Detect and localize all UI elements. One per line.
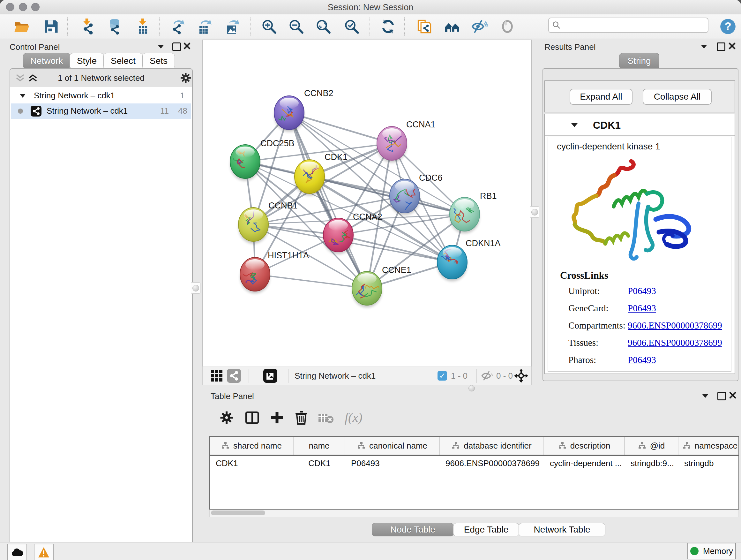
tab-edge-table[interactable]: Edge Table: [453, 523, 519, 537]
crosslink-link[interactable]: P06493: [628, 286, 656, 296]
help-icon[interactable]: ?: [720, 18, 736, 35]
grid-view-icon[interactable]: [210, 369, 223, 382]
panel-float-icon[interactable]: [158, 45, 164, 49]
crosslink-link[interactable]: P06493: [628, 303, 656, 314]
detach-view-icon[interactable]: [263, 369, 277, 383]
table-gear-icon[interactable]: [219, 411, 233, 425]
network-collection-row[interactable]: String Network – cdk1 1: [11, 88, 191, 104]
network-node[interactable]: CDKN1A: [437, 239, 501, 281]
collapse-all-button[interactable]: Collapse All: [643, 89, 712, 105]
panel-float-icon[interactable]: [701, 45, 707, 49]
network-node[interactable]: CCNE1: [352, 265, 411, 307]
zoom-selected-icon[interactable]: [343, 18, 360, 35]
panel-close-icon[interactable]: [728, 42, 736, 50]
tab-string[interactable]: String: [619, 53, 659, 69]
table-cell[interactable]: CDK1: [210, 458, 293, 469]
cloud-button[interactable]: [7, 544, 27, 560]
tab-network[interactable]: Network: [23, 53, 70, 69]
search-input[interactable]: [563, 19, 704, 30]
protein-card-header[interactable]: CDK1: [545, 114, 735, 136]
show-columns-icon[interactable]: [245, 410, 260, 425]
tab-node-table[interactable]: Node Table: [372, 523, 454, 537]
column-header-namespace[interactable]: namespace: [678, 437, 739, 455]
selected-nodes-checkbox[interactable]: ✓: [437, 371, 447, 381]
hide-selected-eye-icon[interactable]: [471, 18, 488, 35]
tab-style[interactable]: Style: [70, 53, 104, 69]
network-canvas[interactable]: CCNB2CCNA1CDC25BCDK1CDC6RB1CCNB1CCNA2CDK…: [202, 40, 532, 367]
panel-maximize-icon[interactable]: [717, 43, 725, 51]
column-header-database-identifier[interactable]: database identifier: [440, 437, 544, 455]
network-edge[interactable]: [289, 113, 392, 143]
column-header-shared-name[interactable]: shared name: [210, 437, 293, 455]
tab-network-table[interactable]: Network Table: [519, 523, 605, 537]
add-column-icon[interactable]: [269, 410, 285, 425]
gear-icon[interactable]: [180, 72, 192, 84]
zoom-out-icon[interactable]: [288, 18, 305, 35]
network-node[interactable]: CCNB1: [239, 201, 298, 244]
crosslink-link[interactable]: 9606.ENSP00000378699: [628, 337, 722, 348]
birdseye-icon[interactable]: [514, 369, 528, 383]
network-node[interactable]: HIST1H1A: [240, 251, 309, 294]
string-results-container: Expand All Collapse All CDK1 cyclin-depe…: [542, 68, 738, 381]
crosslink-link[interactable]: 9606.ENSP00000378699: [628, 320, 722, 331]
right-splitter-handle[interactable]: [530, 206, 539, 218]
clone-network-icon[interactable]: [416, 18, 433, 35]
import-table-file-icon[interactable]: [134, 18, 151, 35]
collapse-section-icon[interactable]: [571, 123, 578, 127]
memory-button[interactable]: Memory: [687, 543, 736, 559]
table-cell[interactable]: P06493: [345, 458, 440, 469]
delete-column-icon[interactable]: [293, 410, 309, 425]
string-network-icon: [30, 106, 42, 117]
column-header-name[interactable]: name: [293, 437, 345, 455]
crosslink-label: Compartments:: [568, 320, 625, 330]
network-node[interactable]: RB1: [450, 191, 497, 233]
export-image-icon[interactable]: [224, 18, 240, 35]
table-cell[interactable]: CDK1: [293, 458, 345, 469]
panel-close-icon[interactable]: [729, 391, 737, 399]
import-network-database-icon[interactable]: [106, 18, 122, 35]
export-network-icon[interactable]: [169, 18, 185, 35]
export-table-icon[interactable]: [196, 18, 212, 35]
table-row[interactable]: CDK1CDK1P064939606.ENSP00000378699cyclin…: [210, 455, 738, 471]
tab-sets[interactable]: Sets: [142, 53, 175, 69]
table-cell[interactable]: stringdb: [678, 458, 739, 469]
tab-select[interactable]: Select: [104, 53, 143, 69]
column-header--id[interactable]: @id: [625, 437, 678, 455]
status-bar: Memory: [0, 542, 741, 560]
node-label: CCNB1: [268, 201, 298, 210]
refresh-view-icon[interactable]: [380, 18, 396, 35]
crosslink-link[interactable]: P06493: [628, 355, 656, 365]
network-row[interactable]: String Network – cdk1 11 48: [11, 104, 191, 119]
panel-close-icon[interactable]: [183, 42, 191, 50]
toolbar-separator: [369, 17, 370, 36]
network-node[interactable]: CDC6: [390, 173, 443, 215]
panel-maximize-icon[interactable]: [172, 43, 181, 51]
delete-table-icon: [318, 412, 334, 424]
table-cell[interactable]: 9606.ENSP00000378699: [440, 458, 544, 469]
node-table[interactable]: shared namenamecanonical namedatabase id…: [209, 436, 739, 509]
search-field[interactable]: [548, 17, 709, 33]
table-cell[interactable]: cyclin-dependent ...: [544, 458, 625, 469]
panel-maximize-icon[interactable]: [718, 392, 726, 400]
table-cell[interactable]: stringdb:9...: [625, 458, 678, 469]
import-network-file-icon[interactable]: [78, 18, 95, 35]
network-edge[interactable]: [289, 113, 367, 288]
table-horizontal-scrollbar[interactable]: [209, 509, 738, 517]
panel-float-icon[interactable]: [702, 394, 709, 398]
network-node[interactable]: CCNA1: [377, 120, 435, 163]
column-header-canonical-name[interactable]: canonical name: [345, 437, 440, 455]
first-neighbors-icon[interactable]: [444, 18, 461, 35]
left-splitter-handle[interactable]: [191, 282, 200, 294]
zoom-fit-icon[interactable]: [315, 18, 332, 35]
tree-expand-icon[interactable]: [20, 94, 25, 98]
warnings-button[interactable]: [34, 544, 54, 560]
expand-all-button[interactable]: Expand All: [569, 89, 632, 105]
network-overview-icon[interactable]: [227, 369, 241, 383]
open-session-icon[interactable]: [13, 18, 30, 35]
save-session-icon[interactable]: [43, 18, 59, 35]
show-all-eye-icon[interactable]: [499, 18, 516, 35]
network-edge[interactable]: [255, 274, 367, 288]
zoom-in-icon[interactable]: [261, 18, 277, 35]
column-header-description[interactable]: description: [544, 437, 625, 455]
scrollbar-thumb[interactable]: [211, 510, 265, 515]
